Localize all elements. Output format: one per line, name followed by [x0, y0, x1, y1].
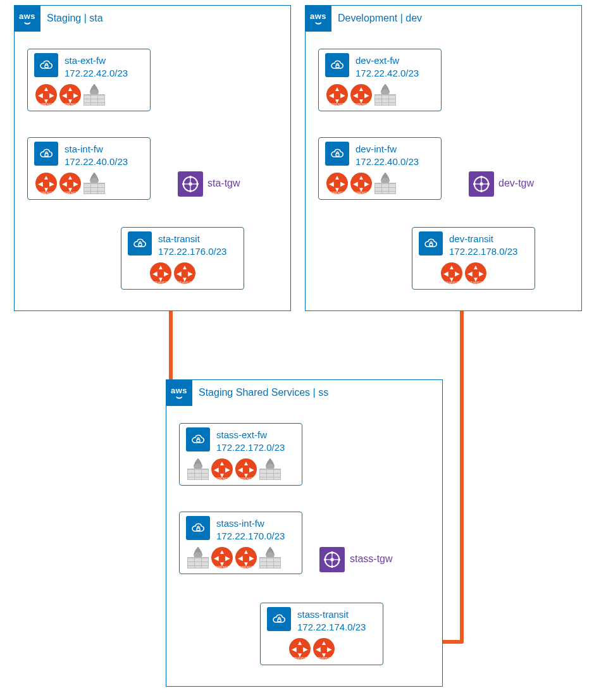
account-title: Staging Shared Services | ss — [199, 387, 328, 398]
vpc-cidr: 172.22.42.0/23 — [356, 67, 419, 80]
svg-rect-23 — [336, 154, 339, 156]
account-development: aws⌣ Development | dev dev-ext-fw 172.22… — [305, 5, 582, 311]
svg-point-42 — [324, 558, 326, 561]
tgw-label: stass-tgw — [350, 553, 393, 565]
svg-point-43 — [338, 558, 340, 561]
firewall-icon — [259, 458, 281, 480]
aws-logo-icon: aws⌣ — [14, 5, 40, 32]
firewall-icon — [374, 173, 396, 194]
svg-rect-9 — [45, 65, 48, 68]
firewall-icon — [374, 84, 396, 106]
svg-rect-24 — [430, 243, 433, 246]
svg-point-16 — [182, 183, 185, 185]
transit-gateway-icon: ▲▼▶◀TRANSIT — [289, 638, 311, 660]
vpc-cloud-icon — [419, 231, 443, 255]
vpc-cloud-icon — [128, 231, 152, 255]
vpc-name: dev-transit — [449, 233, 517, 245]
transit-gateway-icon: ▲▼▶◀TRANSIT — [150, 262, 171, 284]
aws-logo-icon: aws⌣ — [166, 379, 192, 406]
vpc-cidr: 172.22.40.0/23 — [65, 156, 128, 168]
tgw-sta — [178, 171, 203, 197]
transit-gateway-icon: ▲▼▶◀TRANSIT — [465, 262, 486, 284]
transit-gateway-icon: ▲▼▶◀TRANSIT — [174, 262, 195, 284]
firenet-gateway-icon: ▲▼▶◀FIRENET — [35, 84, 57, 106]
vpc-name: stass-ext-fw — [216, 429, 285, 441]
account-header: aws⌣ Development | dev — [305, 5, 422, 32]
vpc-cloud-icon — [34, 53, 58, 77]
firenet-gateway-icon: ▲▼▶◀FIRENET — [59, 84, 81, 106]
vpc-name: stass-int-fw — [216, 517, 285, 530]
firenet-gateway-icon: ▲▼▶◀FIRENET — [35, 173, 57, 194]
vpc-name: sta-int-fw — [65, 143, 128, 156]
vpc-stass-transit: stass-transit 172.22.174.0/23 ▲▼▶◀TRANSI… — [260, 603, 383, 665]
firenet-gateway-icon: ▲▼▶◀FIRENET — [350, 84, 372, 106]
svg-point-17 — [196, 183, 199, 185]
vpc-cloud-icon — [325, 53, 349, 77]
vpc-dev-transit: dev-transit 172.22.178.0/23 ▲▼▶◀TRANSIT … — [412, 227, 535, 290]
vpc-stass-int-fw: stass-int-fw 172.22.170.0/23 ▲▼▶◀FIRENET… — [179, 512, 302, 574]
tgw-label: sta-tgw — [207, 178, 240, 189]
tgw-label: dev-tgw — [498, 178, 534, 189]
firenet-gateway-icon: ▲▼▶◀FIRENET — [59, 173, 81, 194]
firenet-gateway-icon: ▲▼▶◀FIRENET — [350, 173, 372, 194]
vpc-sta-ext-fw: sta-ext-fw 172.22.42.0/23 ▲▼▶◀FIRENET ▲▼… — [27, 49, 151, 111]
vpc-name: sta-transit — [158, 233, 226, 245]
svg-point-27 — [480, 176, 483, 178]
svg-point-41 — [331, 565, 333, 568]
vpc-cloud-icon — [186, 516, 210, 540]
vpc-cloud-icon — [267, 607, 291, 631]
svg-point-13 — [189, 182, 192, 186]
svg-rect-22 — [336, 65, 339, 68]
account-header: aws⌣ Staging | sta — [14, 5, 103, 32]
vpc-cidr: 172.22.40.0/23 — [356, 156, 419, 168]
svg-rect-36 — [197, 528, 200, 531]
tgw-dev — [469, 171, 494, 197]
firenet-gateway-icon: ▲▼▶◀FIRENET — [326, 173, 348, 194]
firenet-gateway-icon: ▲▼▶◀FIRENET — [211, 547, 233, 568]
firewall-icon — [83, 173, 105, 194]
vpc-cidr: 172.22.178.0/23 — [449, 245, 517, 258]
vpc-name: dev-int-fw — [356, 143, 419, 156]
vpc-dev-ext-fw: dev-ext-fw 172.22.42.0/23 ▲▼▶◀FIRENET ▲▼… — [318, 49, 442, 111]
account-title: Staging | sta — [47, 13, 103, 24]
account-shared-services: aws⌣ Staging Shared Services | ss stass-… — [166, 379, 443, 687]
vpc-stass-ext-fw: stass-ext-fw 172.22.172.0/23 ▲▼▶◀FIRENET… — [179, 423, 302, 486]
svg-rect-37 — [278, 619, 281, 622]
vpc-cidr: 172.22.174.0/23 — [297, 621, 366, 634]
vpc-cloud-icon — [325, 142, 349, 166]
account-title: Development | dev — [338, 13, 422, 24]
firewall-icon — [187, 547, 209, 568]
vpc-cloud-icon — [186, 427, 210, 451]
svg-point-40 — [331, 551, 333, 554]
vpc-dev-int-fw: dev-int-fw 172.22.40.0/23 ▲▼▶◀FIRENET ▲▼… — [318, 137, 442, 200]
transit-gateway-icon: ▲▼▶◀TRANSIT — [441, 262, 462, 284]
svg-rect-11 — [139, 243, 142, 246]
vpc-cidr: 172.22.170.0/23 — [216, 530, 285, 543]
vpc-cloud-icon — [34, 142, 58, 166]
svg-point-26 — [479, 182, 483, 186]
vpc-cidr: 172.22.172.0/23 — [216, 441, 285, 454]
vpc-cidr: 172.22.42.0/23 — [65, 67, 128, 80]
svg-point-15 — [189, 190, 192, 192]
vpc-sta-transit: sta-transit 172.22.176.0/23 ▲▼▶◀TRANSIT … — [121, 227, 244, 290]
firenet-gateway-icon: ▲▼▶◀FIRENET — [235, 547, 257, 568]
vpc-name: stass-transit — [297, 608, 366, 621]
vpc-name: sta-ext-fw — [65, 54, 128, 67]
svg-point-28 — [480, 190, 483, 192]
vpc-name: dev-ext-fw — [356, 54, 419, 67]
svg-point-39 — [330, 558, 334, 562]
account-header: aws⌣ Staging Shared Services | ss — [166, 379, 328, 406]
svg-point-14 — [189, 176, 192, 178]
svg-rect-35 — [197, 439, 200, 442]
account-staging: aws⌣ Staging | sta sta-ext-fw 172.22.42.… — [14, 5, 291, 311]
tgw-stass — [319, 547, 345, 572]
svg-point-30 — [487, 183, 490, 185]
svg-point-29 — [473, 183, 476, 185]
svg-rect-10 — [45, 154, 48, 156]
firenet-gateway-icon: ▲▼▶◀FIRENET — [235, 458, 257, 480]
firenet-gateway-icon: ▲▼▶◀FIRENET — [326, 84, 348, 106]
firenet-gateway-icon: ▲▼▶◀FIRENET — [211, 458, 233, 480]
aws-logo-icon: aws⌣ — [305, 5, 331, 32]
transit-gateway-icon: ▲▼▶◀TRANSIT — [313, 638, 335, 660]
vpc-sta-int-fw: sta-int-fw 172.22.40.0/23 ▲▼▶◀FIRENET ▲▼… — [27, 137, 151, 200]
